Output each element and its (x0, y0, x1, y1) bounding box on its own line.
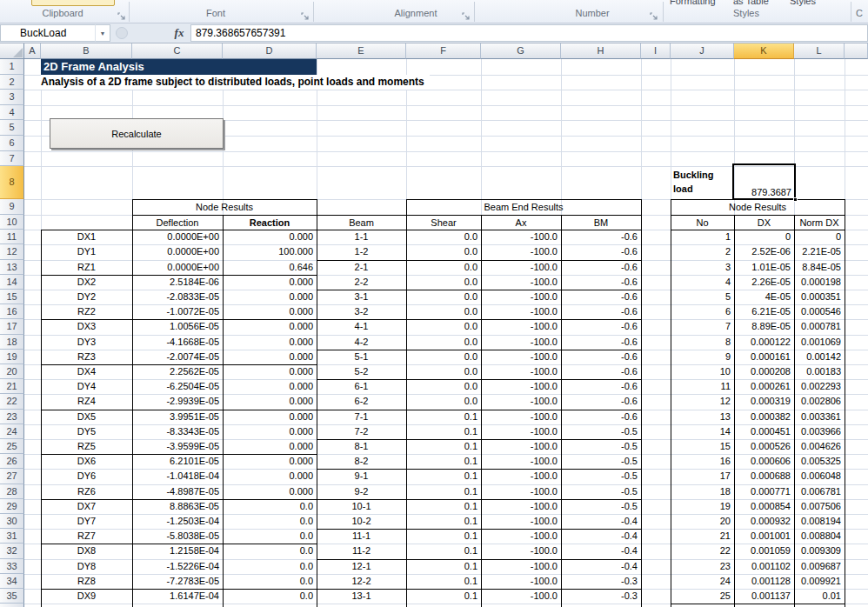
cell-E19[interactable]: 5-1 (317, 350, 406, 364)
cell-B24[interactable]: DY5 (41, 424, 132, 439)
cell-E18[interactable]: 4-2 (317, 335, 406, 350)
row-header-32[interactable]: 32 (0, 544, 24, 558)
cell-L29[interactable]: 0.007506 (794, 499, 845, 514)
cell-L32[interactable]: 0.009309 (794, 544, 845, 558)
row-header-6[interactable]: 6 (0, 136, 24, 151)
cell-E20[interactable]: 5-2 (317, 364, 406, 379)
row-header-34[interactable]: 34 (0, 574, 24, 589)
row-header-12[interactable]: 12 (0, 244, 24, 259)
cell-F13[interactable]: 0.0 (406, 260, 481, 275)
cell-D22[interactable]: 0.000 (223, 394, 317, 409)
row-header-11[interactable]: 11 (0, 230, 24, 244)
row-header-35[interactable]: 35 (0, 589, 24, 604)
cell-K20[interactable]: 0.000208 (734, 364, 794, 379)
cell-C20[interactable]: 2.2562E-05 (132, 364, 223, 379)
cell-H19[interactable]: -0.6 (561, 350, 641, 364)
cell-B13[interactable]: RZ1 (41, 260, 132, 275)
cell-F27[interactable]: 0.1 (406, 469, 481, 484)
row-header-13[interactable]: 13 (0, 260, 24, 275)
cell-C13[interactable]: 0.0000E+00 (132, 260, 223, 275)
cell-B14[interactable]: DX2 (41, 275, 132, 290)
col-header-L[interactable]: L (794, 43, 845, 59)
cell-K21[interactable]: 0.000261 (734, 379, 794, 394)
cell-E30[interactable]: 10-2 (317, 514, 406, 529)
clipboard-dialog-launcher-icon[interactable] (117, 10, 127, 19)
cell-L28[interactable]: 0.006781 (794, 484, 845, 499)
cell-B33[interactable]: DY8 (41, 559, 132, 574)
row-header-17[interactable]: 17 (0, 319, 24, 334)
cell-B18[interactable]: DY3 (41, 335, 132, 350)
cell-C35[interactable]: 1.6147E-04 (132, 589, 223, 604)
formula-bar-input[interactable]: 879.368657657391 (190, 24, 868, 42)
row-header-2[interactable]: 2 (0, 75, 24, 90)
node-results-header[interactable]: Node Results (133, 200, 316, 215)
col-header-partial[interactable] (845, 43, 868, 59)
cell-H29[interactable]: -0.5 (561, 499, 641, 514)
cell-F22[interactable]: 0.0 (406, 394, 481, 409)
row-header-20[interactable]: 20 (0, 364, 24, 379)
row-header-10[interactable]: 10 (0, 215, 24, 230)
cell-E27[interactable]: 9-1 (317, 469, 406, 484)
cell-C14[interactable]: 2.5184E-06 (132, 275, 223, 290)
row-header-4[interactable]: 4 (0, 105, 24, 121)
cell-L26[interactable]: 0.005325 (794, 454, 845, 469)
cell-E12[interactable]: 1-2 (317, 244, 406, 259)
cell-G19[interactable]: -100.0 (481, 350, 561, 364)
cell-J33[interactable]: 23 (671, 559, 734, 574)
cell-C15[interactable]: -2.0833E-05 (132, 290, 223, 304)
dx-column-header[interactable]: DX (735, 216, 793, 230)
cell-D14[interactable]: 0.000 (223, 275, 317, 290)
cell-K13[interactable]: 1.01E-05 (734, 260, 794, 275)
cell-H12[interactable]: -0.6 (561, 244, 641, 259)
cell-C32[interactable]: 1.2158E-04 (132, 544, 223, 558)
cell-B29[interactable]: DX7 (41, 499, 132, 514)
cell-F18[interactable]: 0.0 (406, 335, 481, 350)
cell-D11[interactable]: 0.000 (223, 230, 317, 244)
cell-E32[interactable]: 11-2 (317, 544, 406, 558)
cell-G20[interactable]: -100.0 (481, 364, 561, 379)
cell-J34[interactable]: 24 (671, 574, 734, 589)
cell-F30[interactable]: 0.1 (406, 514, 481, 529)
cell-D15[interactable]: 0.000 (223, 290, 317, 304)
row-header-25[interactable]: 25 (0, 439, 24, 454)
cell-C25[interactable]: -3.9599E-05 (132, 439, 223, 454)
cell-K25[interactable]: 0.000526 (734, 439, 794, 454)
cell-F15[interactable]: 0.0 (406, 290, 481, 304)
row-header-8[interactable]: 8 (0, 166, 24, 199)
cell-B20[interactable]: DX4 (41, 364, 132, 379)
col-header-D[interactable]: D (223, 43, 317, 59)
cell-E22[interactable]: 6-2 (317, 394, 406, 409)
cell-E21[interactable]: 6-1 (317, 379, 406, 394)
row-header-28[interactable]: 28 (0, 484, 24, 499)
col-header-B[interactable]: B (41, 43, 132, 59)
cell-L21[interactable]: 0.002293 (794, 379, 845, 394)
row-header-30[interactable]: 30 (0, 514, 24, 529)
cell-K29[interactable]: 0.000854 (734, 499, 794, 514)
insert-function-icon[interactable]: fx (168, 24, 190, 42)
cell-H27[interactable]: -0.5 (561, 469, 641, 484)
cell-J35[interactable]: 25 (671, 589, 734, 604)
row-header-21[interactable]: 21 (0, 379, 24, 394)
cell-K35[interactable]: 0.001137 (734, 589, 794, 604)
cell-E25[interactable]: 8-1 (317, 439, 406, 454)
cell-C31[interactable]: -5.8038E-05 (132, 529, 223, 544)
cell-C18[interactable]: -4.1668E-05 (132, 335, 223, 350)
cell-F34[interactable]: 0.1 (406, 574, 481, 589)
beam-column-header[interactable]: Beam (317, 216, 405, 230)
row-header-23[interactable]: 23 (0, 410, 24, 424)
cell-K34[interactable]: 0.001128 (734, 574, 794, 589)
cell-B36[interactable]: DY9 (41, 604, 132, 607)
cell-J13[interactable]: 3 (671, 260, 734, 275)
cell-styles-button[interactable]: Styles (790, 0, 816, 6)
col-header-K[interactable]: K (734, 43, 794, 59)
cell-C27[interactable]: -1.0418E-04 (132, 469, 223, 484)
cell-F28[interactable]: 0.1 (406, 484, 481, 499)
font-dialog-launcher-icon[interactable] (301, 10, 310, 19)
cell-C23[interactable]: 3.9951E-05 (132, 410, 223, 424)
row-header-18[interactable]: 18 (0, 335, 24, 350)
cell-J22[interactable]: 12 (671, 394, 734, 409)
cell-E36[interactable]: 13-2 (317, 604, 406, 607)
cell-K16[interactable]: 6.21E-05 (734, 304, 794, 319)
cell-J26[interactable]: 16 (671, 454, 734, 469)
cell-F19[interactable]: 0.0 (406, 350, 481, 364)
